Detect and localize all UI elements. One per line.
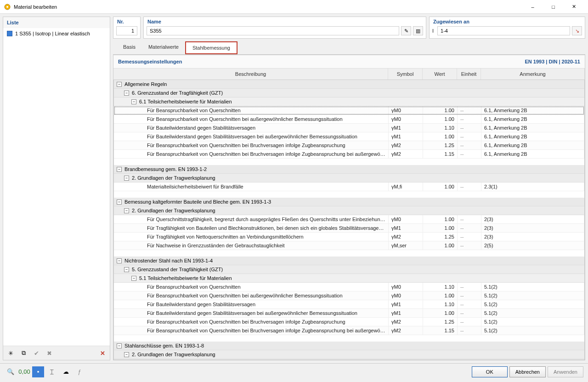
nr-input[interactable] <box>116 26 137 35</box>
cell-note: 2(3) <box>481 215 584 223</box>
ok-button[interactable]: OK <box>472 366 508 377</box>
group-row[interactable]: −Bemessung kaltgeformter Bauteile und Bl… <box>114 198 584 206</box>
close-button[interactable]: ✕ <box>564 0 584 14</box>
data-row[interactable]: Materialteilsicherheitsbeiwert für Brand… <box>114 182 584 191</box>
collapse-icon[interactable]: − <box>117 82 122 87</box>
data-row[interactable]: Für Beanspruchbarkeit von Querschnittenγ… <box>114 283 584 291</box>
section-icon[interactable]: ⌶ <box>46 366 58 377</box>
maximize-button[interactable]: □ <box>543 0 564 14</box>
new-item-icon[interactable]: ✳ <box>5 348 16 358</box>
group-row[interactable]: −2. Grundlagen der Tragwerksplanung <box>114 206 584 215</box>
minimize-button[interactable]: – <box>522 0 543 14</box>
cell-desc: Für Beanspruchbarkeit von Querschnitten … <box>114 326 389 335</box>
cell-symbol: γM1 <box>389 300 423 308</box>
data-row[interactable]: Für Tragfähigkeit von Nettoquerschnitten… <box>114 233 584 241</box>
data-row[interactable]: Für Bauteilwiderstand gegen Stabilitätsv… <box>114 132 584 141</box>
calc-icon[interactable]: ☁ <box>60 366 72 377</box>
delete-item-icon[interactable]: ✕ <box>97 348 108 358</box>
data-row[interactable]: Für Tragfähigkeit von Bauteilen und Blec… <box>114 224 584 233</box>
group-row[interactable]: −2. Grundlagen der Tragwerksplanung <box>114 174 584 182</box>
grid-body[interactable]: −Allgemeine Regeln−6. Grenzzustand der T… <box>113 80 585 360</box>
data-row[interactable]: Für Beanspruchbarkeit von Querschnittenγ… <box>114 106 584 115</box>
cell-note: 2.3(1) <box>481 182 584 191</box>
bottom-bar: 🔍 0,00 ▪ ⌶ ☁ ƒ OK Abbrechen Anwenden <box>0 363 588 380</box>
data-row[interactable]: Für Beanspruchbarkeit von Querschnitten … <box>114 318 584 326</box>
tab-basis[interactable]: Basis <box>117 41 142 54</box>
col-symbol: Symbol <box>388 68 423 80</box>
pick-icon[interactable]: ↘ <box>572 26 582 35</box>
assigned-input[interactable] <box>437 26 570 35</box>
group-row[interactable]: −5.1 Teilsicherheitsbeiwerte für Materia… <box>114 274 584 283</box>
name-input[interactable] <box>147 26 399 35</box>
group-row[interactable]: −Brandbemessung gem. EN 1993-1-2 <box>114 165 584 174</box>
cell-symbol: γM0 <box>389 215 423 223</box>
cell-symbol: γM0 <box>389 106 423 114</box>
cell-value: 1.10 <box>423 300 458 308</box>
cell-desc: Für Beanspruchbarkeit von Querschnitten <box>114 283 389 291</box>
cell-unit: -- <box>458 300 481 308</box>
collapse-icon[interactable]: − <box>117 258 122 263</box>
uncheck-icon: ✖ <box>44 348 55 358</box>
cell-desc: Für Beanspruchbarkeit von Querschnitten … <box>114 291 389 300</box>
color-icon[interactable]: ▪ <box>32 366 44 377</box>
cell-note: 6.1, Anmerkung 2B <box>481 141 584 149</box>
group-row[interactable]: −6.1 Teilsicherheitsbeiwerte für Materia… <box>114 97 584 106</box>
cell-note: 2(5) <box>481 241 584 250</box>
data-row[interactable]: Für Beanspruchbarkeit von Querschnitten … <box>114 141 584 150</box>
collapse-icon[interactable]: − <box>117 200 122 205</box>
col-unit: Einheit <box>457 68 481 80</box>
cell-symbol: γM0 <box>389 283 423 291</box>
data-row[interactable]: Für Bauteilwiderstand gegen Stabilitätsv… <box>114 309 584 318</box>
edit-name-icon[interactable]: ✎ <box>401 26 411 35</box>
group-label: 5. Grenzzustand der Tragfähigkeit (GZT) <box>132 267 223 272</box>
group-row[interactable]: −2.2. Allgemeine Anforderungen <box>114 359 584 360</box>
cell-symbol: γM2 <box>389 141 423 149</box>
cell-note: 5.1(2) <box>481 318 584 326</box>
collapse-icon[interactable]: − <box>124 267 129 272</box>
data-row[interactable]: Für Beanspruchbarkeit von Querschnitten … <box>114 291 584 300</box>
cell-note: 5.1(2) <box>481 291 584 300</box>
cell-symbol: γM2 <box>389 233 423 241</box>
group-row[interactable]: −2. Grundlagen der Tragwerksplanung <box>114 350 584 359</box>
data-row[interactable]: Für Bauteilwiderstand gegen Stabilitätsv… <box>114 124 584 132</box>
cell-unit: -- <box>458 224 481 232</box>
copy-item-icon[interactable]: ⧉ <box>18 348 29 358</box>
collapse-icon[interactable]: − <box>124 176 129 181</box>
app-icon <box>4 3 11 11</box>
data-row[interactable]: Für Beanspruchbarkeit von Querschnitten … <box>114 150 584 159</box>
cell-note: 5.1(2) <box>481 283 584 291</box>
library-icon[interactable]: ▥ <box>413 26 423 35</box>
data-row[interactable]: Für Beanspruchbarkeit von Querschnitten … <box>114 326 584 335</box>
list-item[interactable]: 1 S355 | Isotrop | Linear elastisch <box>5 30 108 37</box>
data-row[interactable]: Für Beanspruchbarkeit von Querschnitten … <box>114 115 584 124</box>
data-row[interactable]: Für Querschnittstragfähigkeit, begrenzt … <box>114 215 584 224</box>
cancel-button[interactable]: Abbrechen <box>509 366 546 377</box>
collapse-icon[interactable]: − <box>124 91 129 96</box>
data-row[interactable]: Für Nachweise in Grenzzuständen der Gebr… <box>114 241 584 250</box>
group-row[interactable]: −Nichtrostender Stahl nach EN 1993-1-4 <box>114 257 584 265</box>
cell-value: 1.00 <box>423 182 458 191</box>
collapse-icon[interactable]: − <box>124 352 129 357</box>
collapse-icon[interactable]: − <box>124 208 129 213</box>
group-row[interactable]: −Allgemeine Regeln <box>114 80 584 89</box>
group-row[interactable]: −Stahlanschlüsse gem. EN 1993-1-8 <box>114 342 584 350</box>
cell-unit: -- <box>458 326 481 335</box>
collapse-icon[interactable]: − <box>117 343 122 348</box>
search-icon[interactable]: 🔍 <box>5 366 17 377</box>
cell-unit: -- <box>458 132 481 141</box>
units-icon[interactable]: 0,00 <box>18 366 30 377</box>
tab-materialwerte[interactable]: Materialwerte <box>142 41 185 54</box>
cell-note: 2(3) <box>481 224 584 232</box>
cell-unit: -- <box>458 182 481 191</box>
cell-value: 1.00 <box>423 309 458 317</box>
tab-stahlbemessung[interactable]: Stahlbemessung <box>185 41 237 54</box>
group-row[interactable]: −6. Grenzzustand der Tragfähigkeit (GZT) <box>114 89 584 97</box>
collapse-icon[interactable]: − <box>131 276 136 281</box>
group-label: Stahlanschlüsse gem. EN 1993-1-8 <box>124 343 204 348</box>
data-row[interactable]: Für Bauteilwiderstand gegen Stabilitätsv… <box>114 300 584 309</box>
col-note: Anmerkung <box>481 68 585 80</box>
collapse-icon[interactable]: − <box>131 99 136 104</box>
collapse-icon[interactable]: − <box>117 167 122 172</box>
group-label: 2. Grundlagen der Tragwerksplanung <box>132 175 215 181</box>
group-row[interactable]: −5. Grenzzustand der Tragfähigkeit (GZT) <box>114 265 584 274</box>
